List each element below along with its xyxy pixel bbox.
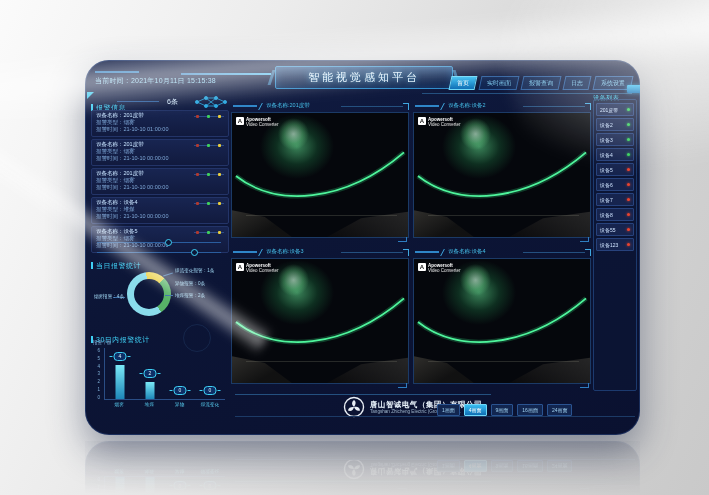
device-list-item[interactable]: 设备7 [596, 193, 634, 206]
alarm-list-item[interactable]: 设备名称：201皮带 报警类型：烟雾 报警时间：21-10-10 00:00:0… [91, 139, 229, 166]
device-list-item[interactable]: 设备6 [596, 178, 634, 191]
bar-value-label: 0 [204, 386, 217, 395]
bar: 0 [165, 348, 195, 399]
header-deco-line [233, 251, 257, 253]
device-status-dot [627, 183, 630, 186]
device-list-item[interactable]: 201皮带 [596, 103, 634, 116]
bar-y-axis-label: 报警个数 [93, 340, 111, 345]
apowersoft-icon: A [418, 263, 426, 271]
footer-deco-line [235, 394, 491, 395]
alarm-count-badge: 6条 [167, 97, 178, 107]
bar-ytick: 3 [91, 371, 100, 376]
header-deco-line [233, 105, 257, 107]
bar-ytick: 4 [91, 364, 100, 369]
apowersoft-icon: A [418, 117, 426, 125]
device-list-item[interactable]: 设备4 [596, 148, 634, 161]
desktop-background: 当前时间：2021年10月11日 15:15:38 智能视觉感知平台 首页 实时… [0, 0, 709, 495]
video-device-name: 设备名称:设备2 [448, 102, 486, 109]
screen-mode-button[interactable]: 24画面 [547, 404, 573, 416]
bar-category-label: 煤流变化 [195, 402, 225, 412]
video-feed[interactable]: A Apowersoft Video Converter [413, 258, 591, 384]
conveyor-rail [246, 215, 397, 216]
device-status-dot [627, 168, 630, 171]
device-list: 201皮带 设备2 设备3 设备4 [593, 99, 637, 391]
pie-label-coalpile: 堆煤报警：2条 [175, 293, 229, 299]
video-device-name: 设备名称:设备4 [448, 248, 486, 255]
bar-value-label: 2 [144, 369, 157, 378]
bar-category-label: 异物 [165, 402, 195, 412]
nav-button[interactable]: 报警查询 [521, 76, 562, 90]
alarm-level-dots-icon [194, 115, 224, 118]
device-list-item[interactable]: 设备8 [596, 208, 634, 221]
panel-corner-bracket-icon [580, 383, 589, 388]
screen-mode-button[interactable]: 16画面 [517, 404, 543, 416]
bar-xlabels: 烟雾堆煤异物煤流变化 [104, 402, 225, 412]
bar-value-label: 4 [114, 352, 127, 361]
topology-icon [193, 94, 229, 110]
video-device-name: 设备名称:201皮带 [266, 102, 310, 109]
footer-deco-line [235, 416, 635, 417]
nav-button[interactable]: 日志 [563, 76, 592, 90]
slider-knob [165, 239, 172, 246]
callout-line [165, 295, 173, 296]
timeline-slider [97, 242, 221, 243]
bar-ytick: 2 [91, 379, 100, 384]
device-status-dot [627, 228, 630, 231]
header-deco-line [341, 252, 403, 253]
nav-button[interactable]: 首页 [449, 76, 478, 90]
pie-label-foreign: 异物报警：0条 [175, 281, 229, 287]
bar-plot: 4200 [104, 348, 225, 400]
bar-ytick: 1 [91, 387, 100, 392]
bar-category-label: 烟雾 [104, 402, 134, 412]
alarm-level-dots-icon [194, 144, 224, 147]
slider-knob [191, 249, 198, 256]
device-list-item[interactable]: 设备5 [596, 163, 634, 176]
device-status-dot [627, 123, 630, 126]
video-panel[interactable]: 设备名称:设备3 [231, 246, 409, 388]
panel-corner-bracket-icon [398, 383, 407, 388]
alarm-list-item[interactable]: 设备名称：201皮带 报警类型：烟雾 报警时间：21-10-10 01:00:0… [91, 110, 229, 137]
alarm-type: 报警类型：烟雾 [96, 148, 224, 155]
device-status-dot [627, 198, 630, 201]
header-deco-line [181, 73, 271, 75]
nav-button[interactable]: 实时画面 [479, 76, 520, 90]
current-time: 当前时间：2021年10月11日 15:15:38 [95, 76, 216, 86]
panel-corner-bracket-icon [580, 237, 589, 242]
device-list-item[interactable]: 设备2 [596, 118, 634, 131]
video-watermark: A Apowersoft Video Converter [418, 117, 460, 127]
device-status-dot [627, 138, 630, 141]
apowersoft-icon: A [236, 117, 244, 125]
company-logo [343, 396, 365, 418]
screen-mode-button[interactable]: 4画面 [464, 404, 487, 416]
bar-category-label: 堆煤 [134, 402, 164, 412]
alarm-time: 报警时间：21-10-10 00:00:00 [96, 213, 224, 220]
alarm-list-item[interactable]: 设备名称：201皮带 报警类型：烟雾 报警时间：21-10-10 00:00:0… [91, 168, 229, 195]
video-panel[interactable]: 设备名称:设备4 [413, 246, 591, 388]
device-status-dot [627, 213, 630, 216]
bar-ytick: 5 [91, 356, 100, 361]
device-list-item[interactable]: 设备3 [596, 133, 634, 146]
screen-mode-button[interactable]: 1画面 [437, 404, 460, 416]
alarm-level-dots-icon [194, 202, 224, 205]
timeline-slider [97, 252, 221, 253]
header-endcap-icon [585, 249, 591, 256]
pie-label-smoke: 烟雾报警：4条 [91, 294, 124, 300]
video-panel[interactable]: 设备名称:设备2 [413, 100, 591, 242]
device-list-item[interactable]: 设备55 [596, 223, 634, 236]
header-deco-line [523, 252, 585, 253]
alarm-list-item[interactable]: 设备名称：设备5 报警类型：烟雾 报警时间：21-10-10 00:00:00 [91, 226, 229, 253]
header-deco-line [415, 251, 439, 253]
divider [117, 101, 159, 102]
video-panel-header: 设备名称:设备2 [413, 100, 591, 112]
device-list-item[interactable]: 设备123 [596, 238, 634, 251]
video-feed[interactable]: A Apowersoft Video Converter [231, 258, 409, 384]
video-feed[interactable]: A Apowersoft Video Converter [231, 112, 409, 238]
header-deco-slash [440, 249, 445, 256]
screen-mode-button[interactable]: 9画面 [491, 404, 514, 416]
device-status-dot [627, 153, 630, 156]
device-list-tab[interactable] [627, 85, 640, 93]
header-deco-slash [258, 249, 263, 256]
video-feed[interactable]: A Apowersoft Video Converter [413, 112, 591, 238]
alarm-list-item[interactable]: 设备名称：设备4 报警类型：堆煤 报警时间：21-10-10 00:00:00 [91, 197, 229, 224]
video-panel[interactable]: 设备名称:201皮带 [231, 100, 409, 242]
